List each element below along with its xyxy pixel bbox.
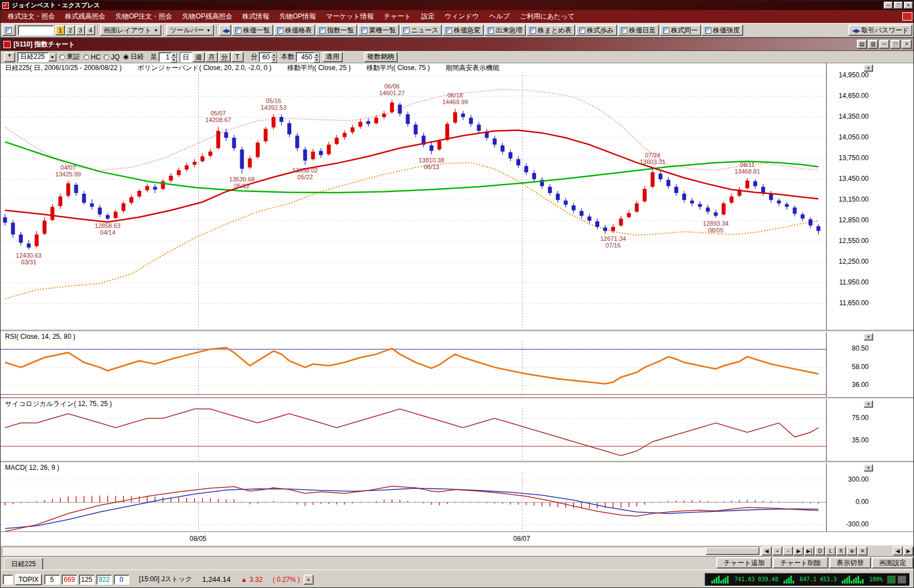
footer-button-3[interactable]: 画面設定	[872, 557, 913, 568]
corner-scroll-button-1[interactable]: ▶	[903, 547, 913, 556]
tool-button-11[interactable]: 株価強度	[702, 25, 743, 36]
tab-nikkei225[interactable]: 日経225	[4, 558, 43, 570]
market-radio-JQ[interactable]: JQ	[104, 53, 119, 61]
system-tray-icon	[898, 576, 906, 584]
menu-item-0[interactable]: 株式注文・照会	[3, 10, 60, 23]
mdi-window-button-3[interactable]: □	[890, 40, 901, 49]
workspace-button-3[interactable]: 3	[76, 25, 85, 35]
axis-tick-label: 300.00	[828, 475, 869, 483]
workspace-button-1[interactable]: 1	[55, 25, 65, 35]
market-radio-日経[interactable]: 日経	[123, 52, 144, 62]
chevron-down-icon[interactable]: ▼	[48, 53, 57, 62]
maximize-button[interactable]: □	[894, 2, 903, 9]
menu-item-8[interactable]: 設定	[416, 10, 440, 23]
period-button-週[interactable]: 週	[193, 52, 205, 62]
chart-scrollbar-thumb[interactable]	[706, 547, 759, 555]
menu-item-7[interactable]: チャート	[379, 10, 416, 23]
bollinger-label: ボリンジャーバンド( Close, 20, 2.0, -2.0, 0 )	[137, 63, 272, 73]
tool-button-2[interactable]: 指数一覧	[316, 25, 357, 36]
scroll-button-1[interactable]: ＋	[772, 547, 782, 556]
mdi-window-button-4[interactable]: ×	[902, 40, 912, 49]
period-button-月[interactable]: 月	[206, 52, 218, 62]
workspace-button-2[interactable]: 2	[66, 25, 75, 35]
screen-layout-button[interactable]: 画面レイアウト▼	[100, 25, 161, 36]
period-button-分[interactable]: 分	[218, 52, 231, 62]
menu-item-10[interactable]: ヘルプ	[484, 10, 515, 23]
multi-symbol-button[interactable]: 複数銘柄	[364, 52, 398, 62]
close-button[interactable]: ×	[904, 2, 913, 9]
apply-button[interactable]: 適用	[323, 52, 343, 62]
chevron-down-icon: ▼	[153, 28, 158, 33]
symbol-combo[interactable]: 日経225 ▼	[17, 52, 57, 62]
tool-button-10[interactable]: 株式同一	[660, 25, 701, 36]
rsi-panel-dropdown-button[interactable]: ▼	[864, 333, 873, 340]
scroll-button-9[interactable]: ✕	[857, 547, 868, 556]
menu-item-4[interactable]: 株式情報	[237, 10, 274, 23]
minimize-button[interactable]: ─	[884, 2, 893, 9]
symbol-select-button[interactable]: ▼	[4, 52, 15, 62]
mdi-window-button-2[interactable]: ─	[879, 40, 889, 49]
tool-button-7[interactable]: 株まとめ表	[526, 25, 575, 36]
psych-panel-dropdown-button[interactable]: ▼	[864, 400, 873, 408]
psych-chart-canvas[interactable]	[1, 408, 826, 461]
title-bar: ジョインベスト・エクスプレス ─ □ ×	[1, 1, 914, 10]
bar-count-field[interactable]: 1 ▲▼	[158, 52, 178, 62]
scroll-button-4[interactable]: ▶|	[804, 547, 814, 556]
tool-button-9[interactable]: 株価日足	[618, 25, 659, 36]
layout-grid-icon[interactable]	[2, 25, 16, 36]
toolbar-collapse-icon[interactable]: ◀▶	[219, 25, 231, 36]
quick-code-input[interactable]	[18, 25, 54, 35]
menu-item-2[interactable]: 先物OP注文・照会	[110, 10, 177, 23]
bars-field[interactable]: 450 ▲▼	[296, 52, 320, 62]
change-value: 3.32	[250, 576, 263, 584]
toolbar-menu-button[interactable]: ツールバー▼	[166, 25, 214, 36]
menu-item-1[interactable]: 株式残高照会	[60, 10, 110, 23]
tool-button-0[interactable]: 株価一覧	[232, 25, 273, 36]
period-button-日[interactable]: 日	[180, 52, 192, 62]
scroll-button-7[interactable]: R	[836, 547, 846, 556]
tool-button-6[interactable]: 出来急増	[484, 25, 526, 36]
main-chart-canvas[interactable]: 12430.6303/3104/0713425.9912858.6304/140…	[1, 72, 826, 330]
menu-item-11[interactable]: ご利用にあたって	[515, 10, 580, 23]
chart-scrollbar-track[interactable]	[2, 547, 761, 556]
tool-button-1[interactable]: 株価格表	[274, 25, 315, 36]
minute-field[interactable]: 60 ▲▼	[259, 52, 278, 62]
scroll-button-3[interactable]: ▶	[794, 547, 804, 556]
footer-button-2[interactable]: 表示切替	[829, 557, 871, 568]
macd-panel-dropdown-button[interactable]: ▼	[864, 464, 873, 472]
trade-password-button[interactable]: ◀▶取引パスワード	[848, 25, 912, 36]
menu-item-9[interactable]: ウィンドウ	[440, 10, 484, 23]
mdi-window-button-1[interactable]: ▥	[868, 40, 878, 49]
market-radio-HC[interactable]: HC	[83, 53, 100, 61]
menu-item-6[interactable]: マーケット情報	[321, 10, 379, 23]
scroll-button-5[interactable]: D	[815, 547, 825, 556]
chart-window-icon	[3, 41, 11, 48]
footer-button-0[interactable]: チャート追加	[716, 557, 772, 568]
market-radio-東証[interactable]: 東証	[59, 52, 80, 62]
axis-tick-label: 11,950.00	[828, 278, 869, 286]
scroll-button-6[interactable]: L	[826, 547, 836, 556]
tool-button-8[interactable]: 株式歩み	[576, 25, 617, 36]
mdi-window-button-0[interactable]: ▤	[857, 40, 867, 49]
tool-button-3[interactable]: 業種一覧	[358, 25, 399, 36]
axis-tick-label: 12,550.00	[828, 237, 869, 245]
popup-toggle-button[interactable]: ▲	[304, 575, 314, 585]
scroll-button-0[interactable]: ◀	[762, 547, 772, 556]
period-button-T[interactable]: T	[231, 52, 244, 62]
menu-item-5[interactable]: 先物OP情報	[274, 10, 321, 23]
tool-icon	[277, 27, 283, 34]
corner-scroll-button-0[interactable]: ◀	[893, 547, 903, 556]
footer-button-1[interactable]: チャート削除	[773, 557, 828, 568]
menu-item-3[interactable]: 先物OP残高照会	[177, 10, 237, 23]
workspace-button-4[interactable]: 4	[86, 25, 95, 35]
period-low-annotation: 12858.6304/14	[95, 222, 120, 236]
tool-button-4[interactable]: ニュース	[400, 25, 442, 36]
macd-chart-canvas[interactable]	[1, 472, 826, 531]
status-bar: TOPIX 56691259220 [15:00] Jストック 1,244.14…	[1, 570, 914, 588]
rsi-chart-canvas[interactable]	[1, 341, 826, 397]
topix-button[interactable]: TOPIX	[15, 574, 42, 585]
scroll-button-2[interactable]: －	[783, 547, 793, 556]
axis-tick-label: 58.00	[828, 363, 869, 371]
tool-button-5[interactable]: 株価急変	[442, 25, 484, 36]
scroll-button-8[interactable]: ⊕	[847, 547, 857, 556]
